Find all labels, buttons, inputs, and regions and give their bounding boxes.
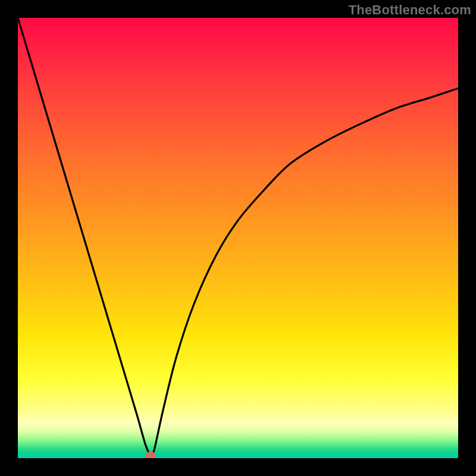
- optimum-marker: [145, 452, 156, 458]
- chart-frame: TheBottleneck.com: [0, 0, 476, 476]
- plot-area: [18, 18, 458, 458]
- curve-layer: [18, 18, 458, 458]
- attribution-text: TheBottleneck.com: [349, 2, 471, 18]
- bottleneck-curve: [18, 18, 458, 456]
